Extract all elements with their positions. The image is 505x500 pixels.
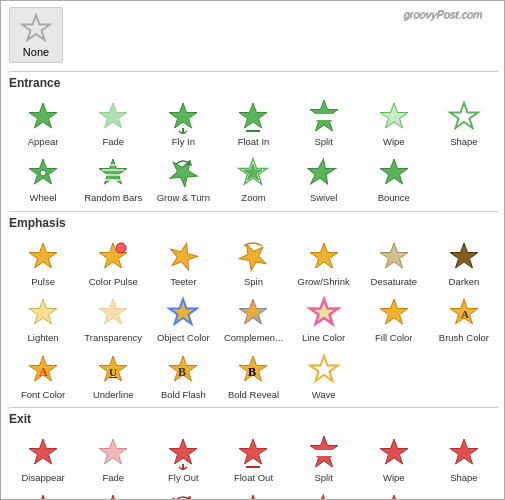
exit-fade[interactable]: Fade [79,432,147,486]
svg-marker-32 [310,243,338,268]
svg-marker-76 [239,495,267,499]
entrance-appear-label: Appear [28,136,59,147]
svg-marker-30 [167,240,200,271]
animation-panel: groovyPost.com None Entrance Appear [0,0,505,500]
emphasis-brush-color[interactable]: A Brush Color [430,292,498,346]
entrance-split-label: Split [314,136,332,147]
emphasis-complement[interactable]: Complemen... [219,292,287,346]
entrance-float-in[interactable]: Float In [219,96,287,150]
emphasis-desaturate-label: Desaturate [371,276,417,287]
exit-float-out[interactable]: Float Out [219,432,287,486]
entrance-split[interactable]: Split [290,96,358,150]
entrance-fly-in[interactable]: Fly In [149,96,217,150]
emphasis-bold-reveal[interactable]: B Bold Reveal [219,349,287,403]
emphasis-transparency[interactable]: Transparency [79,292,147,346]
emphasis-grow-shrink[interactable]: Grow/Shrink [290,236,358,290]
exit-random-bars[interactable]: Random Bars [79,488,147,499]
emphasis-pulse[interactable]: Pulse [9,236,77,290]
entrance-grow-turn-label: Grow & Turn [157,192,210,203]
entrance-fade-label: Fade [102,136,124,147]
svg-marker-26 [380,159,408,184]
svg-marker-0 [22,15,50,40]
exit-bounce[interactable]: Bounce [360,488,428,499]
emphasis-pulse-label: Pulse [31,276,55,287]
entrance-bounce[interactable]: Bounce [360,152,428,206]
emphasis-font-color-label: Font Color [21,389,65,400]
entrance-grow-turn[interactable]: Grow & Turn [149,152,217,206]
emphasis-underline[interactable]: U Underline [79,349,147,403]
svg-point-16 [40,170,46,176]
emphasis-fill-color[interactable]: Fill Color [360,292,428,346]
svg-marker-60 [239,439,267,464]
svg-marker-14 [450,103,478,128]
emphasis-line-color[interactable]: Line Color [290,292,358,346]
emphasis-spin[interactable]: Spin [219,236,287,290]
svg-marker-42 [380,299,408,324]
svg-rect-20 [102,174,124,176]
emphasis-teeter[interactable]: Teeter [149,236,217,290]
emphasis-bold-flash-label: Bold Flash [161,389,206,400]
emphasis-line-color-label: Line Color [302,332,345,343]
none-option[interactable]: None [9,7,63,63]
entrance-zoom[interactable]: Zoom [219,152,287,206]
exit-wipe-label: Wipe [383,472,405,483]
exit-disappear[interactable]: Disappear [9,432,77,486]
entrance-fade[interactable]: Fade [79,96,147,150]
emphasis-darken[interactable]: Darken [430,236,498,290]
exit-zoom[interactable]: Zoom [219,488,287,499]
entrance-shape[interactable]: Shape [430,96,498,150]
entrance-label: Entrance [9,71,498,96]
svg-marker-3 [169,103,197,128]
exit-shape[interactable]: Shape [430,432,498,486]
emphasis-color-pulse[interactable]: Color Pulse [79,236,147,290]
svg-marker-78 [380,495,408,499]
emphasis-grow-shrink-label: Grow/Shrink [298,276,350,287]
svg-rect-19 [102,169,124,171]
exit-wipe[interactable]: Wipe [360,432,428,486]
entrance-random-bars-label: Random Bars [84,192,142,203]
emphasis-wave-label: Wave [312,389,336,400]
entrance-swivel-label: Swivel [310,192,337,203]
entrance-wheel[interactable]: Wheel [9,152,77,206]
entrance-grid: Appear Fade Fly In [9,96,498,207]
svg-marker-77 [307,495,337,499]
svg-marker-67 [450,439,478,464]
emphasis-object-color[interactable]: Object Color [149,292,217,346]
exit-fly-out[interactable]: Fly Out [149,432,217,486]
svg-marker-41 [310,299,338,324]
emphasis-desaturate[interactable]: Desaturate [360,236,428,290]
exit-grid: Disappear Fade Fly [9,432,498,499]
svg-marker-34 [380,243,408,268]
exit-fly-out-label: Fly Out [168,472,199,483]
emphasis-bold-flash[interactable]: B Bold Flash [149,349,217,403]
emphasis-brush-color-label: Brush Color [439,332,489,343]
none-star-icon [19,12,53,46]
emphasis-lighten[interactable]: Lighten [9,292,77,346]
entrance-swivel[interactable]: Swivel [290,152,358,206]
entrance-wheel-label: Wheel [30,192,57,203]
emphasis-grid: Pulse Color Pulse Tee [9,236,498,403]
svg-marker-35 [450,243,478,268]
exit-shrink-turn[interactable]: Shrink & Turn [149,488,217,499]
svg-rect-21 [102,179,124,181]
svg-marker-36 [29,299,57,324]
entrance-wipe[interactable]: Wipe [360,96,428,150]
exit-swivel[interactable]: Swivel [290,488,358,499]
entrance-appear[interactable]: Appear [9,96,77,150]
entrance-bounce-label: Bounce [378,192,410,203]
exit-split[interactable]: Split [290,432,358,486]
svg-text:A: A [39,365,48,379]
exit-disappear-label: Disappear [21,472,64,483]
scroll-area[interactable]: None Entrance Appear Fade [1,1,504,499]
entrance-random-bars[interactable]: Random Bars [79,152,147,206]
emphasis-complement-label: Complemen... [224,332,283,343]
svg-marker-40 [239,299,267,324]
entrance-shape-label: Shape [450,136,477,147]
emphasis-font-color[interactable]: A Font Color [9,349,77,403]
emphasis-wave[interactable]: Wave [290,349,358,403]
emphasis-lighten-label: Lighten [27,332,58,343]
exit-wheel[interactable]: Wheel [9,488,77,499]
emphasis-darken-label: Darken [449,276,480,287]
entrance-wipe-label: Wipe [383,136,405,147]
exit-fade-label: Fade [102,472,124,483]
